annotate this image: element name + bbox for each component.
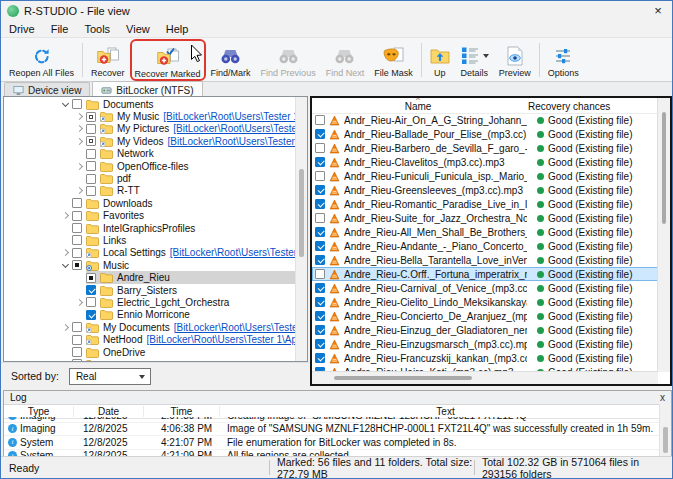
tree-checkbox[interactable]	[86, 149, 96, 159]
tree-expander-icon[interactable]	[61, 360, 70, 361]
log-scrollbar-thumb[interactable]	[663, 427, 668, 453]
menu-help[interactable]: Help	[158, 22, 197, 36]
file-checkbox[interactable]	[315, 129, 325, 139]
file-row[interactable]: Andre_Rieu-C.Orff._Fortuna_imperatrix_mu…	[312, 267, 658, 281]
tree-row[interactable]: Music	[4, 259, 296, 271]
tree-checkbox[interactable]	[72, 248, 82, 258]
tree-expander-icon[interactable]	[61, 236, 70, 245]
menu-view[interactable]: View	[118, 22, 158, 36]
tree-row[interactable]: Downloads	[4, 197, 296, 209]
menu-drive[interactable]: Drive	[1, 22, 43, 36]
file-row[interactable]: Andre_Rieu-Carnival_of_Venice_(mp3.cc).m…	[312, 281, 658, 295]
tree-expander-icon[interactable]	[75, 286, 84, 295]
file-checkbox[interactable]	[315, 171, 325, 181]
file-row[interactable]: Andr_Rieu-Air_On_A_G_String_Johann_Sebas…	[312, 113, 658, 127]
tree-vertical-scrollbar[interactable]	[295, 97, 307, 361]
file-row[interactable]: Andr_Rieu-Romantic_Paradise_Live_in_Ital…	[312, 197, 658, 211]
find-mark-button[interactable]: Find/Mark	[206, 41, 256, 79]
tree-expander-icon[interactable]	[75, 112, 84, 121]
tree-checkbox[interactable]	[72, 322, 82, 332]
file-checkbox[interactable]	[315, 339, 325, 349]
tree-expander-icon[interactable]	[61, 335, 70, 344]
recover-marked-button[interactable]: Recover Marked	[130, 39, 206, 81]
file-checkbox[interactable]	[315, 241, 325, 251]
file-checkbox[interactable]	[315, 213, 325, 223]
log-type-column-header[interactable]: Type	[4, 406, 74, 417]
tree-row[interactable]: Local Settings [BitLocker\Root\Users\Tes…	[4, 247, 296, 259]
tree-folder-link[interactable]: [BitLocker\Root\Users\Tester 1\Music]	[163, 111, 296, 122]
file-checkbox[interactable]	[315, 185, 325, 195]
tree-row[interactable]: NetHood [BitLocker\Root\Users\Tester 1\A…	[4, 333, 296, 345]
tree-checkbox[interactable]	[72, 211, 82, 221]
file-checkbox[interactable]	[315, 311, 325, 321]
recover-button[interactable]: Recover	[86, 41, 130, 79]
file-row[interactable]: Andr_Rieu-Barbero_de_Sevilla_F_garo_-_La…	[312, 141, 658, 155]
tree-checkbox[interactable]	[72, 359, 82, 361]
tree-row[interactable]: My Videos [BitLocker\Root\Users\Tester 1…	[4, 135, 296, 147]
file-scrollbar-thumb[interactable]	[662, 112, 666, 224]
file-row[interactable]: Andre_Rieu-Cielito_Lindo_Meksikanskaya_n…	[312, 295, 658, 309]
file-row[interactable]: Andre_Rieu-Bella_Tarantella_Love_inVenic…	[312, 253, 658, 267]
tree-row[interactable]: Network	[4, 148, 296, 160]
recovery-chances-column-header[interactable]: Recovery chances	[528, 101, 610, 112]
tree-expander-icon[interactable]	[61, 100, 70, 109]
tree-expander-icon[interactable]	[75, 273, 84, 282]
tree-row[interactable]: My Music [BitLocker\Root\Users\Tester 1\…	[4, 110, 296, 122]
file-row[interactable]: Andre_Rieu-Francuzskij_kankan_(mp3.cc).m…	[312, 351, 658, 365]
log-date-column-header[interactable]: Date	[74, 406, 144, 417]
tree-checkbox[interactable]	[86, 297, 96, 307]
tree-checkbox[interactable]	[86, 186, 96, 196]
sorted-by-select[interactable]: Real	[69, 368, 151, 385]
tree-checkbox[interactable]	[72, 335, 82, 345]
file-checkbox[interactable]	[315, 297, 325, 307]
log-time-column-header[interactable]: Time	[144, 406, 220, 417]
details-dropdown-caret[interactable]	[483, 54, 489, 58]
tree-folder-link[interactable]: [BitLocker\Root\Users\Tester 1\Pictures]	[173, 123, 296, 134]
tree-expander-icon[interactable]	[61, 248, 70, 257]
file-row[interactable]: Andre_Rieu-Einzug_der_Gladiatoren_nemeck…	[312, 323, 658, 337]
file-checkbox[interactable]	[315, 325, 325, 335]
file-row[interactable]: Andr_Rieu-Greensleeves_(mp3.cc).mp3 Good…	[312, 183, 658, 197]
tree-row[interactable]: pdf	[4, 172, 296, 184]
tree-expander-icon[interactable]	[61, 224, 70, 233]
menu-file[interactable]: File	[43, 22, 77, 36]
file-checkbox[interactable]	[315, 269, 325, 279]
file-row[interactable]: Andr_Rieu-Clavelitos_(mp3.cc).mp3 Good (…	[312, 155, 658, 169]
file-checkbox[interactable]	[315, 143, 325, 153]
tree-row[interactable]: IntelGraphicsProfiles	[4, 222, 296, 234]
tree-expander-icon[interactable]	[75, 162, 84, 171]
tree-checkbox[interactable]	[72, 99, 82, 109]
tree-row[interactable]: Links	[4, 234, 296, 246]
tree-scrollbar-thumb[interactable]	[299, 169, 304, 257]
tree-folder-link[interactable]: [BitLocker\Root\Users\Tester 1\AppData\R…	[146, 334, 296, 345]
tree-row[interactable]: OpenOffice-files	[4, 160, 296, 172]
file-checkbox[interactable]	[315, 227, 325, 237]
tree-folder-link[interactable]: [BitLocker\Root\Users\Tester 1\Documents…	[174, 322, 296, 333]
tree-row[interactable]: Barry_Sisters	[4, 284, 296, 296]
tree-row[interactable]: Documents	[4, 98, 296, 110]
tree-row[interactable]: Favorites	[4, 210, 296, 222]
file-row[interactable]: Andre_Rieu-All_Men_Shall_Be_Brothers_Fro…	[312, 225, 658, 239]
tree-folder-link[interactable]: [BitLocker\Root\Users\Tester 1\Videos]	[168, 136, 296, 147]
tree-checkbox[interactable]	[86, 310, 96, 320]
file-hscrollbar-thumb[interactable]	[334, 376, 472, 380]
reopen-all-files-button[interactable]: Reopen All Files	[4, 41, 79, 79]
tree-expander-icon[interactable]	[75, 298, 84, 307]
file-checkbox[interactable]	[315, 283, 325, 293]
file-checkbox[interactable]	[315, 255, 325, 265]
tree-checkbox[interactable]	[86, 136, 96, 146]
tree-expander-icon[interactable]	[75, 174, 84, 183]
tree-checkbox[interactable]	[72, 260, 82, 270]
tree-row[interactable]: OneDrive	[4, 346, 296, 358]
details-button[interactable]: Details	[455, 41, 494, 79]
menu-tools[interactable]: Tools	[76, 22, 118, 36]
tree-row[interactable]: My Documents [BitLocker\Root\Users\Teste…	[4, 321, 296, 333]
tree-checkbox[interactable]	[86, 174, 96, 184]
tree-expander-icon[interactable]	[75, 137, 84, 146]
file-row[interactable]: Andr_Rieu-Funiculi_Funicula_isp._Mario_L…	[312, 169, 658, 183]
log-text-column-header[interactable]: Text	[220, 406, 671, 417]
file-mask-button[interactable]: File Mask	[369, 41, 418, 79]
file-checkbox[interactable]	[315, 353, 325, 363]
tree-checkbox[interactable]	[72, 347, 82, 357]
tree-expander-icon[interactable]	[61, 323, 70, 332]
